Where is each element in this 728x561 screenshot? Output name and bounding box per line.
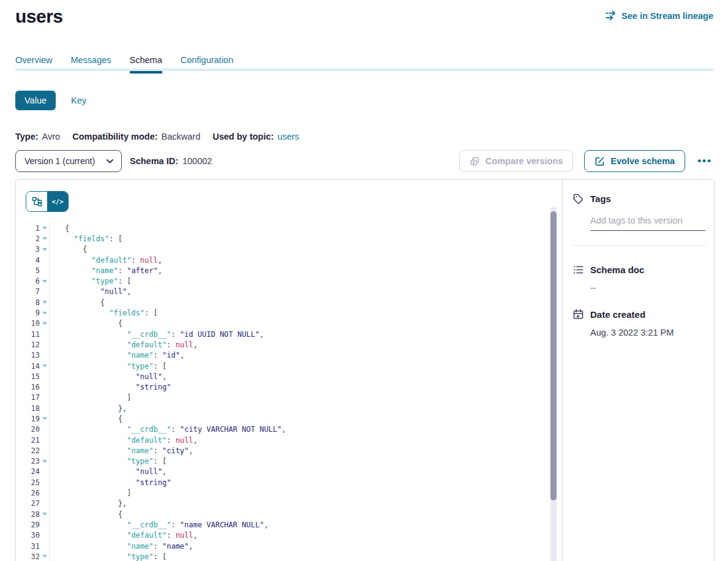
line-number: 17: [16, 393, 40, 402]
code-text: {: [50, 415, 122, 423]
code-text: "default": null,: [50, 531, 198, 540]
fold-toggle-icon[interactable]: [42, 460, 47, 463]
version-select[interactable]: Version 1 (current): [15, 150, 122, 172]
code-text: "type": [: [50, 552, 167, 561]
fold-slot: [40, 322, 49, 325]
code-line: 3 {: [16, 244, 562, 255]
schema-editor-pane: </> 1{2 "fields": [3 {4 "default": null,…: [16, 179, 562, 561]
code-view-button[interactable]: </>: [47, 192, 68, 211]
schema-id-value: 100002: [182, 156, 212, 166]
meta-used-by-topic: Used by topic: users: [212, 132, 299, 141]
page-title: users: [15, 6, 63, 27]
calendar-plus-icon: [572, 309, 584, 320]
code-text: "string": [50, 383, 171, 391]
schema-sidebar: Tags Schema doc -- Date created: [562, 179, 714, 561]
code-line: 8 {: [16, 297, 562, 307]
active-tab-indicator: [130, 71, 162, 73]
tab-overview[interactable]: Overview: [15, 55, 52, 71]
gutter: 3: [16, 244, 50, 255]
code-line: 27 },: [16, 499, 562, 509]
tag-icon: [572, 193, 584, 205]
fold-slot: [40, 417, 49, 420]
fold-toggle-icon[interactable]: [42, 322, 47, 325]
code-text: "__crdb__": "name VARCHAR NULL",: [50, 521, 268, 529]
fold-toggle-icon[interactable]: [42, 417, 47, 420]
fold-toggle-icon[interactable]: [42, 248, 47, 251]
gutter: 10: [16, 318, 50, 329]
code-text: "fields": [: [50, 235, 122, 243]
schema-id-label: Schema ID:: [130, 156, 178, 166]
date-created-section-header: Date created: [572, 309, 705, 320]
code-editor[interactable]: 1{2 "fields": [3 {4 "default": null,5 "n…: [16, 223, 562, 561]
key-toggle-button[interactable]: Key: [71, 96, 86, 105]
gutter: 31: [16, 541, 50, 551]
gutter: 17: [16, 393, 50, 403]
line-number: 27: [16, 499, 40, 508]
fold-toggle-icon[interactable]: [42, 227, 47, 230]
code-text: {: [50, 298, 105, 307]
gutter: 4: [16, 255, 50, 265]
type-label: Type:: [15, 132, 39, 141]
code-line: 7 "null",: [16, 287, 562, 297]
code-line: 13 "name": "id",: [16, 350, 562, 361]
stream-lineage-link[interactable]: See in Stream lineage: [605, 10, 713, 21]
code-text: "type": [: [50, 362, 167, 371]
gutter: 16: [16, 382, 50, 392]
gutter: 21: [16, 435, 50, 445]
fold-toggle-icon[interactable]: [42, 513, 47, 516]
fold-toggle-icon[interactable]: [42, 301, 47, 304]
code-text: "name": "id",: [50, 351, 184, 360]
evolve-schema-button[interactable]: Evolve schema: [584, 150, 685, 172]
code-line: 4 "default": null,: [16, 255, 562, 265]
gutter: 22: [16, 445, 50, 456]
tab-messages[interactable]: Messages: [70, 55, 111, 71]
value-toggle-button[interactable]: Value: [15, 91, 56, 110]
code-text: "type": [: [50, 277, 131, 285]
version-select-value: Version 1 (current): [24, 156, 95, 166]
tags-input[interactable]: [590, 214, 705, 231]
line-number: 15: [16, 372, 40, 381]
tree-view-button[interactable]: [26, 192, 47, 211]
code-text: },: [50, 499, 127, 508]
tab-schema[interactable]: Schema: [130, 55, 162, 71]
fold-toggle-icon[interactable]: [42, 312, 47, 315]
more-options-button[interactable]: •••: [696, 156, 713, 167]
fold-toggle-icon[interactable]: [42, 280, 47, 283]
line-number: 5: [16, 266, 40, 275]
versions-icon: [470, 156, 480, 167]
date-created-value: Aug. 3 2022 3:21 PM: [590, 328, 705, 337]
gutter: 23: [16, 456, 50, 467]
code-text: "default": null,: [50, 256, 162, 265]
version-bar: Version 1 (current) Schema ID: 100002 Co…: [15, 150, 713, 172]
code-text: "default": null,: [50, 341, 198, 349]
scrollbar-thumb[interactable]: [550, 211, 557, 500]
gutter: 15: [16, 371, 50, 382]
code-line: 32 "type": [: [16, 551, 562, 561]
line-number: 30: [16, 531, 40, 540]
fold-toggle-icon[interactable]: [42, 364, 47, 367]
line-number: 18: [16, 404, 40, 413]
gutter: 14: [16, 361, 50, 371]
line-number: 10: [16, 319, 40, 328]
chevron-down-icon: [107, 159, 113, 164]
stream-lineage-label: See in Stream lineage: [621, 11, 713, 21]
compare-versions-button[interactable]: Compare versions: [459, 150, 574, 172]
tab-configuration[interactable]: Configuration: [181, 55, 233, 71]
editor-scrollbar[interactable]: [550, 207, 557, 561]
code-text: "fields": [: [50, 309, 158, 317]
fold-slot: [40, 227, 49, 230]
fold-toggle-icon[interactable]: [42, 555, 47, 558]
fold-toggle-icon[interactable]: [42, 237, 47, 240]
line-number: 3: [16, 245, 40, 254]
code-line: 24 "null",: [16, 467, 562, 477]
schema-meta: Type: Avro Compatibility mode: Backward …: [15, 132, 728, 141]
line-number: 12: [16, 341, 40, 349]
code-line: 2 "fields": [: [16, 233, 562, 244]
code-line: 12 "default": null,: [16, 339, 562, 350]
fold-slot: [40, 460, 49, 463]
line-number: 2: [16, 235, 40, 243]
used-by-topic-link[interactable]: users: [277, 132, 299, 141]
gutter: 2: [16, 233, 50, 244]
code-line: 5 "name": "after",: [16, 265, 562, 276]
code-text: "null",: [50, 467, 167, 476]
